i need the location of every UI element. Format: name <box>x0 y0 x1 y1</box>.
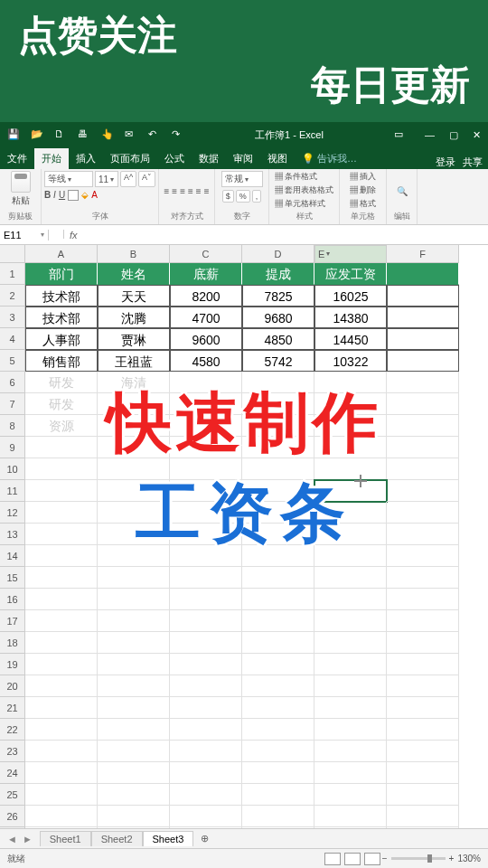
name-box[interactable]: E11 <box>0 230 49 241</box>
cell[interactable] <box>314 827 387 828</box>
sheet-tab-1[interactable]: Sheet1 <box>40 831 91 846</box>
row-header[interactable]: 21 <box>0 697 25 719</box>
cell[interactable] <box>25 827 98 828</box>
cell[interactable]: 沈腾 <box>98 307 170 328</box>
cell[interactable] <box>387 654 459 675</box>
cell[interactable] <box>387 675 459 697</box>
cell[interactable] <box>242 762 314 784</box>
cell[interactable] <box>170 437 242 458</box>
cell[interactable] <box>25 654 98 675</box>
find-button[interactable]: 🔍 <box>397 186 408 196</box>
cell[interactable]: 技术部 <box>25 285 98 307</box>
cell[interactable] <box>98 654 170 675</box>
cell[interactable] <box>25 806 98 827</box>
sheet-tab-2[interactable]: Sheet2 <box>91 831 143 846</box>
cell[interactable] <box>387 784 459 806</box>
increase-font-button[interactable]: A^ <box>120 171 136 187</box>
cell[interactable] <box>25 675 98 697</box>
tab-layout[interactable]: 页面布局 <box>103 148 157 169</box>
cell[interactable] <box>242 806 314 827</box>
cell[interactable] <box>25 458 98 480</box>
cell[interactable] <box>387 697 459 719</box>
cell[interactable] <box>242 545 314 567</box>
cell[interactable] <box>170 393 242 415</box>
paste-button[interactable]: 粘贴 <box>5 171 37 207</box>
cell[interactable] <box>314 654 387 675</box>
cell[interactable] <box>387 567 459 589</box>
cell[interactable]: 4700 <box>170 307 242 328</box>
cell[interactable] <box>25 610 98 632</box>
cell[interactable]: 姓名 <box>98 263 170 285</box>
cell[interactable] <box>387 415 459 437</box>
cell[interactable] <box>242 719 314 741</box>
cell[interactable] <box>387 502 459 524</box>
cell[interactable] <box>387 458 459 480</box>
row-header[interactable]: 6 <box>0 372 25 393</box>
border-button[interactable] <box>68 190 79 201</box>
cell[interactable] <box>314 632 387 654</box>
decrease-font-button[interactable]: A˅ <box>138 171 155 187</box>
cell[interactable]: 应发工资 <box>314 263 387 285</box>
cell[interactable]: 部门 <box>25 263 98 285</box>
cell[interactable] <box>25 784 98 806</box>
row-header[interactable]: 20 <box>0 675 25 697</box>
row-header[interactable]: 10 <box>0 458 25 480</box>
cell[interactable] <box>314 762 387 784</box>
cell[interactable]: 16025 <box>314 285 387 307</box>
tab-insert[interactable]: 插入 <box>69 148 103 169</box>
cell[interactable] <box>170 610 242 632</box>
cell[interactable] <box>98 675 170 697</box>
cell[interactable] <box>170 654 242 675</box>
insert-cells-button[interactable]: ▦ 插入 <box>350 171 377 183</box>
row-header[interactable]: 12 <box>0 502 25 524</box>
cell[interactable]: 海清 <box>98 372 170 393</box>
cell[interactable] <box>387 741 459 762</box>
redo-icon[interactable]: ↷ <box>172 128 184 141</box>
col-header-A[interactable]: A <box>25 245 98 263</box>
cell[interactable] <box>98 480 170 502</box>
format-table-button[interactable]: ▦ 套用表格格式 <box>275 184 334 196</box>
row-header[interactable]: 15 <box>0 567 25 589</box>
fill-color-button[interactable]: ⬙ <box>81 190 89 201</box>
cell[interactable] <box>170 762 242 784</box>
cell[interactable] <box>242 827 314 828</box>
quickprint-icon[interactable]: 🖶 <box>78 128 90 141</box>
cell[interactable] <box>314 675 387 697</box>
cell[interactable] <box>98 632 170 654</box>
tab-view[interactable]: 视图 <box>260 148 295 169</box>
cell[interactable] <box>98 437 170 458</box>
cell[interactable] <box>314 545 387 567</box>
cell[interactable]: 14450 <box>314 328 387 350</box>
tab-formulas[interactable]: 公式 <box>157 148 192 169</box>
cell[interactable] <box>170 719 242 741</box>
cell[interactable] <box>170 784 242 806</box>
share-button[interactable]: 共享 <box>463 156 483 169</box>
cell[interactable]: 人事部 <box>25 328 98 350</box>
cell[interactable] <box>98 502 170 524</box>
cell[interactable] <box>387 350 459 372</box>
cell[interactable]: 5742 <box>242 350 314 372</box>
cell[interactable] <box>242 480 314 502</box>
row-header[interactable]: 18 <box>0 632 25 654</box>
cell[interactable] <box>98 741 170 762</box>
cell[interactable]: 4580 <box>170 350 242 372</box>
row-header[interactable]: 13 <box>0 524 25 545</box>
currency-button[interactable]: $ <box>222 190 234 203</box>
cell[interactable] <box>25 589 98 610</box>
close-button[interactable]: ✕ <box>473 129 481 141</box>
cell[interactable] <box>170 589 242 610</box>
delete-cells-button[interactable]: ▦ 删除 <box>350 184 377 196</box>
cell[interactable] <box>98 458 170 480</box>
comma-button[interactable]: , <box>252 190 262 203</box>
cell[interactable] <box>387 437 459 458</box>
cell[interactable] <box>98 610 170 632</box>
save-icon[interactable]: 💾 <box>7 128 20 141</box>
cell[interactable] <box>314 437 387 458</box>
cell[interactable] <box>242 741 314 762</box>
cell[interactable] <box>98 806 170 827</box>
cell[interactable] <box>25 480 98 502</box>
cell[interactable] <box>170 458 242 480</box>
cell[interactable] <box>387 263 459 285</box>
view-pagelayout-button[interactable] <box>344 853 361 865</box>
cell[interactable] <box>25 697 98 719</box>
